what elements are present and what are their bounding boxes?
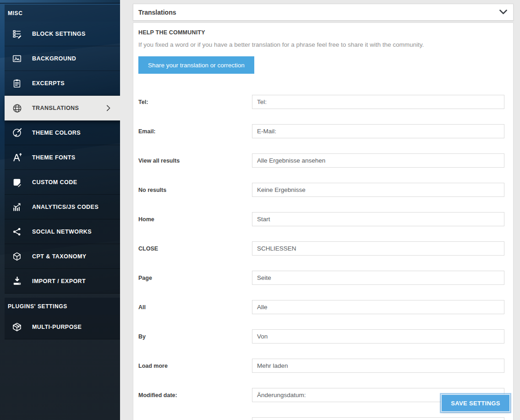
field-input-row-12[interactable]: [252, 417, 504, 420]
sidebar-item-translations[interactable]: TRANSLATIONS: [5, 96, 120, 120]
custom-code-icon: [11, 177, 22, 188]
field-input-email[interactable]: [252, 124, 504, 138]
translation-field-row: Tel:: [133, 95, 513, 109]
translation-field-row: Page: [133, 271, 513, 285]
package-icon: [11, 322, 22, 333]
sidebar-item-label: CUSTOM CODE: [32, 179, 77, 185]
translation-field-row: No results: [133, 183, 513, 197]
sidebar-top-band: [0, 0, 120, 4]
translation-field-row: View all results: [133, 153, 513, 168]
field-input-by[interactable]: [252, 329, 504, 344]
sidebar-item-custom-code[interactable]: CUSTOM CODE: [5, 170, 120, 195]
panel-title: Translations: [138, 9, 176, 16]
field-label: All: [138, 304, 146, 311]
field-label: By: [138, 333, 146, 340]
theme-fonts-icon: [11, 152, 22, 163]
sidebar-item-multi-purpose[interactable]: MULTI-PURPOSE: [5, 315, 120, 339]
theme-colors-brush-icon: [11, 127, 22, 138]
help-community-heading: HELP THE COMMUNITY: [138, 29, 205, 36]
field-label: No results: [138, 187, 166, 193]
translation-field-row: CLOSE: [133, 241, 513, 256]
sidebar-item-excerpts[interactable]: EXCERPTS: [5, 71, 120, 96]
analytics-chart-icon: [11, 202, 22, 213]
sidebar-item-label: IMPORT / EXPORT: [32, 278, 86, 284]
sidebar-item-analytics-js-codes[interactable]: ANALYTICS/JS CODES: [5, 195, 120, 219]
field-input-close[interactable]: [252, 241, 504, 256]
save-settings-button[interactable]: SAVE SETTINGS: [441, 394, 510, 412]
sidebar-item-label: ANALYTICS/JS CODES: [32, 204, 99, 210]
sidebar-item-cpt-taxonomy[interactable]: CPT & TAXONOMY: [5, 244, 120, 269]
sidebar-item-label: THEME COLORS: [32, 130, 81, 136]
sidebar-item-label: EXCERPTS: [32, 80, 65, 87]
sidebar-item-label: BLOCK SETTINGS: [32, 31, 86, 37]
field-label: Load more: [138, 363, 168, 369]
sidebar-section-label-plugins-settings: PLUGINS' SETTINGS: [5, 298, 120, 315]
field-input-home[interactable]: [252, 212, 504, 226]
sidebar-item-theme-fonts[interactable]: THEME FONTS: [5, 145, 120, 170]
field-input-no-results[interactable]: [252, 183, 504, 197]
field-input-tel[interactable]: [252, 95, 504, 109]
sidebar-item-label: THEME FONTS: [32, 154, 76, 161]
sidebar-item-label: SOCIAL NETWORKS: [32, 229, 92, 235]
field-label: Email:: [138, 128, 156, 135]
field-label: Modified date:: [138, 392, 177, 398]
help-community-description: If you fixed a word or if you have a bet…: [138, 41, 424, 48]
sidebar-item-background[interactable]: BACKGROUND: [5, 46, 120, 71]
translation-field-row: Load more: [133, 359, 513, 373]
field-label: View all results: [138, 158, 180, 164]
translations-panel-header[interactable]: Translations: [133, 4, 514, 21]
translation-field-row: Email:: [133, 124, 513, 138]
sidebar-menu: MISCBLOCK SETTINGSBACKGROUNDEXCERPTSTRAN…: [0, 5, 120, 339]
cube-icon: [11, 251, 22, 262]
share-translation-button[interactable]: Share your translation or correction: [138, 56, 254, 74]
sidebar-section-label-misc: MISC: [5, 5, 120, 22]
sidebar-item-label: BACKGROUND: [32, 55, 76, 62]
sidebar-item-block-settings[interactable]: BLOCK SETTINGS: [5, 22, 120, 46]
translation-field-row: By: [133, 329, 513, 344]
field-input-view-all-results[interactable]: [252, 153, 504, 168]
field-label: Page: [138, 275, 152, 281]
translation-field-row: All: [133, 300, 513, 314]
social-share-icon: [11, 226, 22, 237]
translation-field-row: Home: [133, 212, 513, 226]
translation-field-row: [133, 417, 513, 420]
field-input-page[interactable]: [252, 271, 504, 285]
sidebar-item-theme-colors[interactable]: THEME COLORS: [5, 120, 120, 145]
settings-sidebar: MISCBLOCK SETTINGSBACKGROUNDEXCERPTSTRAN…: [0, 0, 120, 420]
background-image-icon: [11, 53, 22, 64]
field-label: CLOSE: [138, 245, 158, 252]
block-settings-icon: [11, 28, 22, 39]
translations-globe-icon: [11, 103, 22, 114]
chevron-right-icon: [104, 104, 113, 113]
import-export-icon: [11, 276, 22, 287]
field-label: Home: [138, 216, 154, 223]
sidebar-item-import-export[interactable]: IMPORT / EXPORT: [5, 269, 120, 294]
sidebar-item-label: MULTI-PURPOSE: [32, 324, 82, 330]
field-input-all[interactable]: [252, 300, 504, 314]
translations-panel-body: HELP THE COMMUNITY If you fixed a word o…: [133, 22, 514, 420]
field-input-load-more[interactable]: [252, 359, 504, 373]
field-label: Tel:: [138, 99, 148, 105]
excerpts-clipboard-icon: [11, 78, 22, 89]
chevron-down-icon: [499, 10, 507, 15]
sidebar-item-label: CPT & TAXONOMY: [32, 253, 87, 260]
sidebar-item-social-networks[interactable]: SOCIAL NETWORKS: [5, 219, 120, 244]
sidebar-item-label: TRANSLATIONS: [32, 105, 79, 111]
